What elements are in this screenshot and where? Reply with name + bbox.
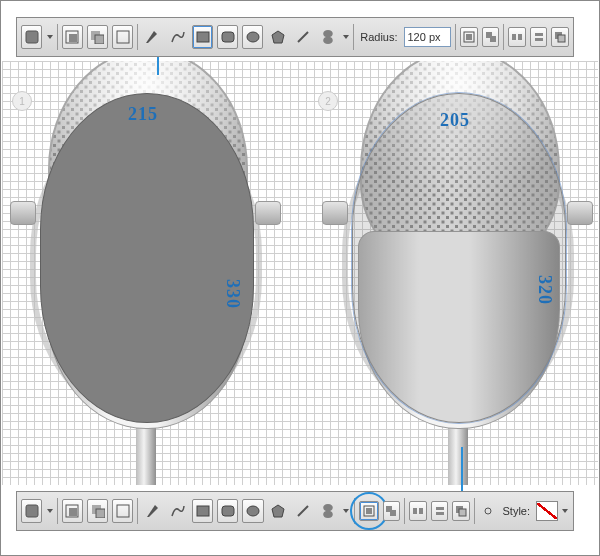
path-add-icon[interactable]: [87, 499, 108, 523]
svg-rect-27: [197, 506, 209, 516]
svg-rect-16: [518, 34, 522, 40]
fill-swatch[interactable]: [21, 25, 42, 49]
line-tool-icon[interactable]: [292, 25, 313, 49]
dimension-height: 330: [224, 279, 242, 309]
dropdown-icon[interactable]: [562, 509, 569, 513]
knob-right: [255, 201, 281, 225]
path-subtract-icon[interactable]: [112, 499, 133, 523]
radius-input[interactable]: 120 px: [404, 27, 452, 47]
freeform-pen-icon[interactable]: [167, 499, 188, 523]
polygon-tool-icon[interactable]: [268, 499, 289, 523]
line-tool-icon[interactable]: [293, 499, 314, 523]
svg-rect-38: [436, 507, 444, 510]
svg-point-29: [247, 506, 259, 516]
distribute-icon[interactable]: [431, 501, 449, 521]
rectangle-tool-icon[interactable]: [192, 25, 213, 49]
svg-rect-39: [436, 512, 444, 515]
link-icon[interactable]: [479, 501, 497, 521]
svg-rect-41: [459, 509, 466, 516]
svg-rect-33: [366, 508, 372, 514]
dropdown-icon[interactable]: [46, 35, 53, 39]
style-label: Style:: [503, 505, 531, 517]
knob-left: [322, 201, 348, 225]
dropdown-icon[interactable]: [343, 509, 350, 513]
distribute-icon[interactable]: [508, 27, 526, 47]
rectangle-tool-icon[interactable]: [192, 499, 213, 523]
path-subtract-icon[interactable]: [112, 25, 133, 49]
svg-line-31: [298, 506, 308, 516]
svg-rect-7: [222, 32, 234, 42]
dimension-height: 320: [536, 275, 554, 305]
svg-rect-20: [558, 35, 565, 42]
options-bar-top: Radius: 120 px: [16, 17, 574, 57]
rounded-rectangle-tool-icon[interactable]: [217, 499, 238, 523]
dimension-width: 215: [128, 105, 158, 123]
align-icon[interactable]: [482, 27, 500, 47]
svg-rect-15: [512, 34, 516, 40]
radius-label: Radius:: [360, 31, 397, 43]
dimension-width: 205: [440, 111, 470, 129]
pen-tool-icon[interactable]: [142, 499, 163, 523]
distribute-icon[interactable]: [409, 501, 427, 521]
svg-rect-14: [490, 36, 496, 42]
svg-rect-12: [466, 34, 472, 40]
microphone-right: 205 320: [320, 61, 595, 479]
svg-rect-35: [390, 510, 396, 516]
arrange-icon[interactable]: [452, 501, 470, 521]
options-bar-bottom: Style:: [16, 491, 574, 531]
align-icon[interactable]: [460, 27, 478, 47]
svg-rect-21: [26, 505, 38, 517]
align-icon[interactable]: [359, 501, 379, 521]
svg-rect-18: [535, 38, 543, 41]
svg-rect-4: [95, 35, 104, 44]
custom-shape-tool-icon[interactable]: [317, 25, 338, 49]
svg-rect-36: [413, 508, 417, 514]
callout-line: [461, 447, 463, 497]
rounded-rect-shape[interactable]: [352, 93, 566, 423]
no-style-swatch[interactable]: [536, 501, 558, 521]
svg-rect-0: [26, 31, 38, 43]
knob-right: [567, 201, 593, 225]
svg-rect-23: [69, 508, 77, 516]
canvas-grid: 1 2 215 330 205 320: [2, 61, 598, 485]
rounded-rectangle-tool-icon[interactable]: [217, 25, 238, 49]
arrange-icon[interactable]: [551, 27, 569, 47]
polygon-tool-icon[interactable]: [267, 25, 288, 49]
path-new-icon[interactable]: [62, 25, 83, 49]
rounded-rect-shape[interactable]: [40, 93, 254, 423]
ellipse-tool-icon[interactable]: [242, 25, 263, 49]
svg-line-10: [298, 32, 308, 42]
microphone-left: 215 330: [8, 61, 283, 479]
svg-marker-30: [272, 505, 284, 517]
dropdown-icon[interactable]: [342, 35, 349, 39]
distribute-icon[interactable]: [530, 27, 548, 47]
svg-point-8: [247, 32, 259, 42]
freeform-pen-icon[interactable]: [167, 25, 188, 49]
path-add-icon[interactable]: [87, 25, 108, 49]
pen-tool-icon[interactable]: [142, 25, 163, 49]
svg-rect-5: [117, 31, 129, 43]
svg-rect-26: [117, 505, 129, 517]
dropdown-icon[interactable]: [46, 509, 53, 513]
svg-marker-9: [272, 31, 284, 43]
svg-rect-37: [419, 508, 423, 514]
fill-swatch[interactable]: [21, 499, 42, 523]
svg-rect-6: [197, 32, 209, 42]
svg-rect-25: [96, 509, 105, 518]
svg-rect-17: [535, 33, 543, 36]
svg-rect-2: [69, 34, 77, 42]
path-new-icon[interactable]: [62, 499, 83, 523]
custom-shape-tool-icon[interactable]: [318, 499, 339, 523]
ellipse-tool-icon[interactable]: [242, 499, 263, 523]
radius-value: 120 px: [408, 31, 441, 43]
align-icon[interactable]: [383, 501, 401, 521]
svg-rect-28: [222, 506, 234, 516]
knob-left: [10, 201, 36, 225]
